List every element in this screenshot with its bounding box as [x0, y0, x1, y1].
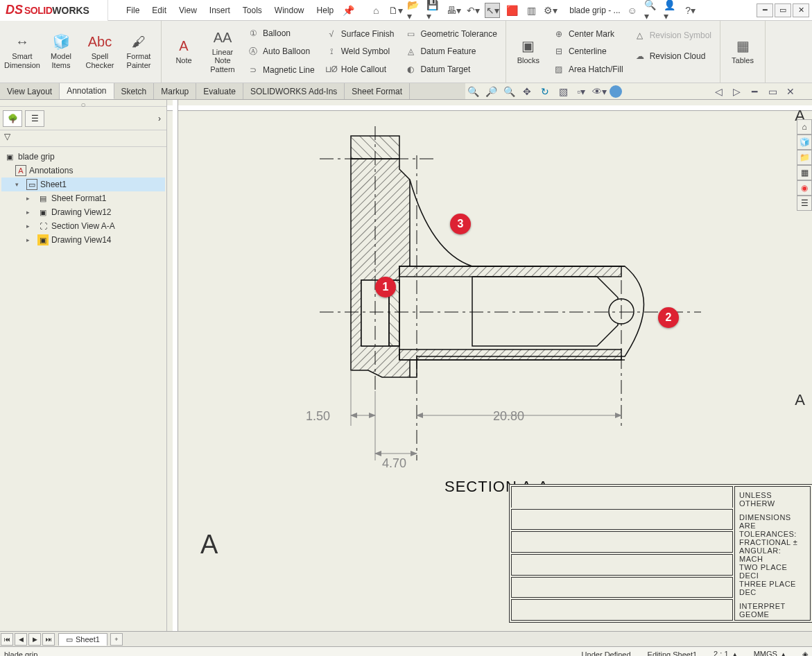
close-button[interactable]: ✕ — [793, 3, 809, 17]
new-icon[interactable]: 🗋▾ — [388, 3, 403, 18]
hole-callout-button[interactable]: ⊔ØHole Callout — [323, 63, 397, 76]
tab-markup[interactable]: Markup — [154, 83, 196, 99]
close-doc-icon[interactable]: ✕ — [783, 84, 798, 99]
spell-checker-button[interactable]: AbcSpell Checker — [80, 24, 119, 80]
linear-note-pattern-button[interactable]: AALinear Note Pattern — [203, 24, 242, 80]
section-view-icon[interactable]: ▧ — [555, 84, 571, 99]
maximize-button[interactable]: ▭ — [775, 3, 791, 17]
surface-finish-button[interactable]: √Surface Finish — [323, 28, 397, 40]
rebuild-icon[interactable]: 🟥 — [504, 3, 519, 18]
user-icon[interactable]: 👤▾ — [664, 3, 679, 18]
datum-feature-button[interactable]: ◬Datum Feature — [402, 45, 500, 58]
status-custom-icon[interactable]: ◈ — [802, 650, 808, 656]
panel-handle[interactable]: ○ — [0, 100, 166, 107]
print-icon[interactable]: 🖶▾ — [446, 3, 461, 18]
rotate-icon[interactable]: ↻ — [537, 84, 553, 99]
tree-drawing-view12[interactable]: ▸▣Drawing View12 — [1, 205, 165, 219]
pan-icon[interactable]: ✥ — [519, 84, 535, 99]
weld-symbol-button[interactable]: ⟟Weld Symbol — [323, 45, 397, 58]
task-custom-props-icon[interactable]: ☰ — [797, 196, 812, 211]
menu-tools[interactable]: Tools — [237, 3, 268, 18]
hide-show-icon[interactable]: 👁▾ — [591, 84, 607, 99]
search-icon[interactable]: 🔍▾ — [644, 3, 659, 18]
tab-view-layout[interactable]: View Layout — [0, 83, 60, 99]
next-view-icon[interactable]: ▷ — [729, 84, 744, 99]
menu-window[interactable]: Window — [269, 3, 310, 18]
menu-view[interactable]: View — [173, 3, 202, 18]
options-icon[interactable]: ⚙▾ — [543, 3, 558, 18]
panel-expand-icon[interactable]: › — [155, 111, 164, 126]
menu-file[interactable]: File — [121, 3, 145, 18]
auto-balloon-button[interactable]: ⒶAuto Balloon — [245, 44, 318, 59]
tab-annotation[interactable]: Annotation — [60, 83, 114, 99]
tree-drawing-view14[interactable]: ▸▣Drawing View14 — [1, 233, 165, 247]
tables-button[interactable]: ▦Tables — [723, 24, 762, 80]
tab-sheet-format[interactable]: Sheet Format — [345, 83, 410, 99]
status-units[interactable]: MMGS ▴ — [754, 650, 786, 656]
model-items-button[interactable]: 🧊Model Items — [42, 24, 80, 80]
undo-icon[interactable]: ↶▾ — [465, 3, 481, 18]
center-mark-button[interactable]: ⊕Center Mark — [551, 28, 626, 40]
smart-dimension-button[interactable]: ↔Smart Dimension — [3, 24, 42, 80]
feature-tree-tab[interactable]: 🌳 — [3, 110, 22, 127]
next-sheet-button[interactable]: ▶ — [28, 633, 41, 646]
task-appearances-icon[interactable]: ◉ — [797, 180, 812, 196]
expand-icon[interactable]: ▸ — [26, 209, 35, 216]
expand-icon[interactable]: ▸ — [26, 223, 35, 230]
minimize-button[interactable]: ━ — [757, 3, 773, 17]
tree-annotations[interactable]: AAnnotations — [1, 164, 165, 178]
balloon-button[interactable]: ①Balloon — [245, 27, 318, 40]
save-icon[interactable]: 💾▾ — [426, 3, 442, 18]
menu-insert[interactable]: Insert — [204, 3, 236, 18]
last-sheet-button[interactable]: ⏭ — [42, 633, 55, 646]
tab-addins[interactable]: SOLIDWORKS Add-Ins — [243, 83, 345, 99]
min-doc-icon[interactable]: ━ — [747, 84, 762, 99]
collapse-icon[interactable]: ▾ — [15, 181, 24, 188]
smiley-icon[interactable]: ☺ — [625, 3, 640, 18]
expand-icon[interactable]: ▸ — [26, 195, 35, 202]
max-doc-icon[interactable]: ▭ — [765, 84, 780, 99]
area-hatch-button[interactable]: ▨Area Hatch/Fill — [551, 63, 626, 76]
menu-help[interactable]: Help — [311, 3, 340, 18]
datum-target-button[interactable]: ◐Datum Target — [402, 63, 500, 76]
open-icon[interactable]: 📂▾ — [407, 3, 422, 18]
tab-sketch[interactable]: Sketch — [114, 83, 155, 99]
tree-section-view[interactable]: ▸⛶Section View A-A — [1, 219, 165, 233]
expand-icon[interactable]: ▸ — [26, 236, 35, 243]
revision-cloud-button[interactable]: ☁Revision Cloud — [632, 50, 714, 62]
note-button[interactable]: ANote — [164, 24, 203, 80]
add-sheet-button[interactable]: + — [110, 633, 123, 646]
task-view-palette-icon[interactable]: ▦ — [797, 165, 812, 180]
prev-sheet-button[interactable]: ◀ — [15, 633, 27, 646]
format-painter-button[interactable]: 🖌Format Painter — [119, 24, 158, 80]
help-icon[interactable]: ?▾ — [683, 3, 698, 18]
zoom-fit-icon[interactable]: 🔍 — [465, 84, 481, 99]
property-tab[interactable]: ☰ — [25, 110, 44, 127]
tree-root[interactable]: ▣blade grip — [1, 150, 165, 164]
task-library-icon[interactable]: 📁 — [797, 150, 812, 165]
magnetic-line-button[interactable]: ⊃Magnetic Line — [245, 64, 318, 76]
zoom-prev-icon[interactable]: 🔍 — [501, 84, 517, 99]
task-home-icon[interactable]: ⌂ — [797, 119, 812, 135]
pin-icon[interactable]: 📌 — [340, 3, 356, 18]
zoom-area-icon[interactable]: 🔎 — [483, 84, 499, 99]
centerline-button[interactable]: ⊟Centerline — [551, 45, 626, 58]
sheet-tab-1[interactable]: ▭Sheet1 — [58, 633, 107, 646]
rebuild2-icon[interactable]: ▥ — [524, 3, 539, 18]
apply-scene-icon[interactable] — [610, 85, 622, 98]
filter-row[interactable]: ▽ — [0, 130, 166, 147]
home-icon[interactable]: ⌂ — [368, 3, 383, 18]
tree-sheet1[interactable]: ▾▭Sheet1 — [1, 178, 165, 191]
tree-sheet-format[interactable]: ▸▤Sheet Format1 — [1, 191, 165, 205]
first-sheet-button[interactable]: ⏮ — [1, 633, 13, 646]
prev-view-icon[interactable]: ◁ — [711, 84, 726, 99]
status-scale[interactable]: 2 : 1 ▴ — [714, 650, 737, 656]
blocks-button[interactable]: ▣Blocks — [509, 24, 548, 80]
menu-edit[interactable]: Edit — [146, 3, 172, 18]
task-resources-icon[interactable]: 🧊 — [797, 135, 812, 150]
geometric-tolerance-button[interactable]: ▭Geometric Tolerance — [402, 28, 500, 40]
tab-evaluate[interactable]: Evaluate — [196, 83, 243, 99]
select-icon[interactable]: ↖▾ — [485, 3, 500, 18]
graphics-area[interactable]: A A A — [167, 100, 812, 631]
display-style-icon[interactable]: ▫▾ — [573, 84, 589, 99]
